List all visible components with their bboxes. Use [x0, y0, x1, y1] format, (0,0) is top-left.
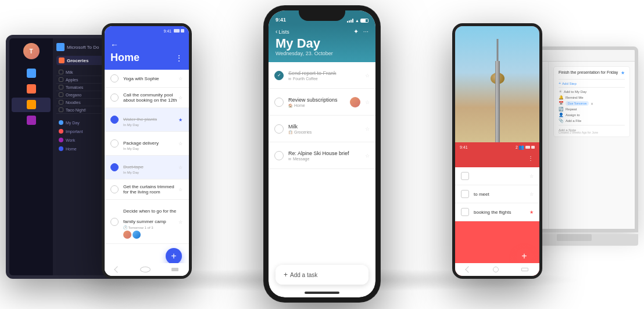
task-checkbox[interactable] [110, 94, 119, 102]
star-icon[interactable]: ☆ [178, 187, 183, 192]
task-checkbox[interactable] [461, 172, 469, 180]
task-checkbox[interactable]: ✓ [274, 71, 284, 80]
star-icon[interactable]: ☆ [365, 153, 370, 159]
grocery-check[interactable] [59, 70, 63, 74]
table-row[interactable]: Package delivery In My Day ☆ [105, 132, 189, 156]
laptop-task-card: Finish the presentation for Friday ★ + A… [553, 66, 630, 137]
task-checkbox[interactable] [110, 218, 119, 226]
star-icon[interactable]: ☆ [365, 126, 370, 132]
star-icon[interactable]: ☆ [178, 165, 183, 170]
task-checkbox[interactable] [461, 190, 469, 198]
task-checkbox[interactable] [110, 74, 119, 82]
task-checkbox[interactable] [110, 185, 119, 193]
star-icon[interactable]: ☆ [365, 73, 370, 78]
star-icon[interactable]: ★ [178, 117, 183, 122]
file-row[interactable]: 📎 Add a File [559, 118, 625, 123]
task-title: to meet [474, 192, 529, 197]
task-title: Re: Alpine Ski House brief [288, 150, 363, 156]
table-row[interactable]: Yoga with Sophie ☆ [105, 70, 189, 88]
table-row[interactable]: Get the curtains trimmed for the living … [105, 179, 189, 200]
due-date-row[interactable]: 📅 Due Tomorrow ✕ [559, 101, 625, 106]
star-icon[interactable]: ★ [621, 70, 625, 76]
star-icon[interactable]: ☆ [529, 174, 534, 179]
table-row[interactable]: Milk 📋 Groceries ☆ [269, 116, 375, 142]
tablet-nav-icon-1[interactable] [12, 66, 51, 81]
assign-row[interactable]: 👤 Assign to [559, 113, 625, 117]
grocery-check[interactable] [59, 77, 63, 82]
task-checkbox[interactable] [110, 116, 119, 124]
grocery-check[interactable] [59, 92, 63, 97]
tablet-list-icon [59, 58, 65, 63]
android-right-header: ⋮ [455, 152, 539, 167]
task-checkbox[interactable] [274, 98, 284, 107]
task-subtitle-text: Home [294, 103, 305, 107]
iphone-notch [299, 10, 345, 21]
tablet-app-logo [56, 43, 65, 51]
remove-badge-button[interactable]: ✕ [591, 102, 593, 106]
nav-home-button[interactable] [140, 267, 151, 272]
table-row[interactable]: ✓ Send report to Frank ✉ Fourth Coffee ☆ [269, 62, 375, 89]
fab-button[interactable]: + [516, 248, 532, 264]
tablet-nav-icon-3[interactable] [12, 98, 51, 112]
bell-icon: 🔔 [559, 95, 564, 100]
brightness-icon[interactable]: ✦ [353, 28, 359, 35]
star-icon[interactable]: ☆ [178, 76, 183, 81]
nav-recents-button[interactable] [521, 268, 528, 271]
table-row[interactable]: to meet ☆ [455, 185, 539, 203]
table-row[interactable]: Duct-tape In My Day ☆ [105, 156, 189, 179]
grocery-check[interactable] [59, 85, 63, 89]
nav-home-button[interactable] [493, 267, 499, 272]
more-icon[interactable]: ··· [363, 28, 368, 35]
nav-recents-button[interactable] [171, 268, 178, 271]
android-right-nav-bar [455, 263, 539, 276]
task-title: Send report to Frank [288, 70, 363, 76]
star-icon[interactable]: ☆ [365, 99, 370, 105]
star-icon[interactable]: ☆ [529, 192, 534, 197]
add-step-label: Add Step [562, 82, 577, 85]
table-row[interactable]: Review subscriptions 🏠 Home ☆ [269, 89, 375, 116]
grocery-check[interactable] [59, 107, 63, 112]
add-task-bar[interactable]: + Add a task [276, 265, 368, 285]
table-row[interactable]: ☆ [455, 167, 539, 185]
task-checkbox[interactable] [110, 163, 119, 171]
task-checkbox[interactable] [274, 124, 284, 134]
table-row[interactable]: Re: Alpine Ski House brief ✉ Message ☆ [269, 142, 375, 169]
star-icon[interactable]: ☆ [178, 95, 183, 100]
paperclip-icon: 📎 [559, 118, 564, 123]
fab-button[interactable]: + [166, 248, 182, 264]
task-checkbox[interactable] [461, 208, 469, 216]
assign-label: Assign to [566, 113, 580, 117]
tablet-list-name: Groceries [67, 58, 88, 63]
nav-back-button[interactable] [114, 266, 120, 272]
table-row[interactable]: Call the community pool about booking on… [105, 88, 189, 108]
home-indicator [305, 292, 339, 294]
add-step-button[interactable]: + Add Step [559, 81, 625, 85]
due-tomorrow-badge: Due Tomorrow [566, 101, 589, 106]
task-title: Get the curtains trimmed for the living … [123, 184, 178, 195]
menu-dots-icon[interactable]: ⋮ [528, 155, 534, 161]
signal-icon [347, 19, 354, 23]
ios-back-button[interactable]: ‹ Lists [276, 28, 289, 35]
home-icon: 🏠 [288, 103, 292, 107]
menu-icon[interactable]: ⋮ [175, 53, 183, 63]
table-row[interactable]: Water the plants In My Day ★ [105, 108, 189, 132]
back-button[interactable]: ← [110, 40, 183, 49]
remind-me-row[interactable]: 🔔 Remind Me [559, 95, 625, 100]
table-row[interactable]: Decide when to go for the family summer … [105, 200, 189, 244]
tablet-nav-icon-2[interactable] [12, 82, 51, 96]
star-icon[interactable]: ☆ [178, 141, 183, 146]
task-checkbox[interactable] [110, 139, 119, 148]
task-checkbox[interactable] [274, 151, 284, 160]
table-row[interactable]: booking the flights ★ [455, 203, 539, 221]
add-to-my-day-row[interactable]: ☀ Add to My Day [559, 89, 625, 94]
nav-back-button[interactable] [465, 266, 471, 272]
grocery-check[interactable] [59, 100, 63, 105]
repeat-row[interactable]: 🔄 Repeat [559, 107, 625, 112]
nav-dot [59, 129, 63, 134]
iphone-app-header: ‹ Lists ✦ ··· My Day Wednesday, 23. Octo… [269, 24, 375, 62]
signal-icon [525, 146, 530, 149]
tablet-nav-icon-4[interactable] [12, 113, 51, 128]
star-icon[interactable]: ☆ [178, 220, 183, 224]
grocery-label: Tomatoes [66, 85, 83, 89]
star-icon[interactable]: ★ [529, 210, 534, 215]
